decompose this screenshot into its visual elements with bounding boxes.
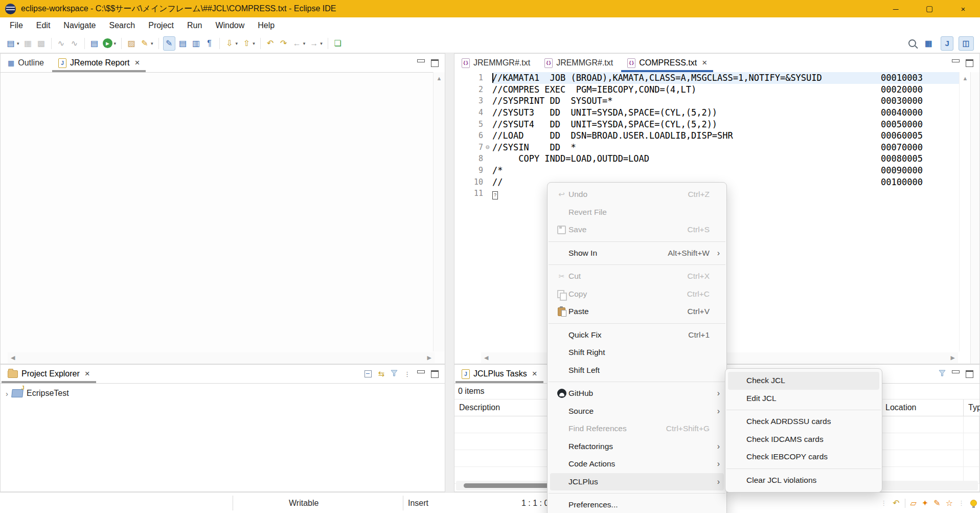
code-text[interactable]: //SYSUT3 DD UNIT=SYSDA,SPACE=(CYL,(5,2))	[492, 107, 881, 118]
menu-item-copy[interactable]: CopyCtrl+C	[550, 285, 724, 303]
new-wizard-icon[interactable]: ▤	[5, 37, 16, 50]
clipboard-icon[interactable]: ▨	[126, 37, 137, 50]
open-perspective-icon[interactable]: ▦	[921, 37, 936, 50]
scroll-right-icon[interactable]: ▶	[427, 354, 431, 361]
code-line[interactable]: 3//SYSPRINT DD SYSOUT=*00030000	[454, 95, 960, 107]
minimize-view-icon[interactable]	[417, 370, 425, 373]
fold-collapse-icon[interactable]: ⊖	[483, 144, 492, 150]
next-edit-location-icon[interactable]: ↷	[278, 37, 289, 50]
column-header-location[interactable]: Location	[881, 399, 964, 416]
menu-item-shift-left[interactable]: Shift Left	[550, 362, 724, 380]
save-all-icon[interactable]: ▩	[36, 37, 47, 50]
upload-source-icon[interactable]: ⇧	[241, 37, 252, 50]
minimize-view-icon[interactable]	[417, 59, 425, 62]
link-with-editor-icon[interactable]: ❏	[332, 37, 344, 50]
save-icon[interactable]: ▦	[22, 37, 34, 50]
close-tab-icon[interactable]: ×	[134, 58, 140, 68]
code-text[interactable]: //COMPRES EXEC PGM=IEBCOPY,COND=(4,LT)	[492, 84, 881, 95]
graduation-cap-icon[interactable]: ✦	[922, 498, 928, 508]
menu-item-jclplus[interactable]: JCLPlus›	[550, 473, 724, 491]
maximize-view-icon[interactable]	[431, 59, 439, 67]
menubar-project[interactable]: Project	[142, 17, 180, 34]
code-line-body[interactable]: //SYSUT3 DD UNIT=SYSDA,SPACE=(CYL,(5,2))…	[492, 107, 960, 119]
open-editor-icon[interactable]: ▤	[177, 37, 189, 50]
open-report-icon[interactable]: ▥	[191, 37, 202, 50]
scroll-up-icon[interactable]: ▲	[960, 75, 971, 81]
menu-item-paste[interactable]: PasteCtrl+V	[550, 303, 724, 321]
tree-item-ecripsetest[interactable]: ›EcripseTest	[1, 386, 445, 400]
menu-item-check-idcams-cards[interactable]: Check IDCAMS cards	[728, 431, 879, 449]
code-line[interactable]: 6//LOAD DD DSN=BROAD.USER.LOADLIB,DISP=S…	[454, 130, 960, 142]
menubar-edit[interactable]: Edit	[30, 17, 57, 34]
maximize-view-icon[interactable]	[431, 370, 439, 378]
tab-jremote-report[interactable]: JJRemote Report×	[51, 54, 147, 72]
menu-item-revert-file[interactable]: Revert File	[550, 204, 724, 221]
scroll-left-icon[interactable]: ◀	[11, 354, 15, 361]
scroll-left-icon[interactable]: ◀	[484, 354, 488, 361]
tree-chevron-icon[interactable]: ›	[6, 389, 8, 398]
map-icon[interactable]: ▱	[910, 498, 917, 508]
menu-item-quick-fix[interactable]: Quick FixCtrl+1	[550, 326, 724, 344]
next-annotation-icon[interactable]: ∿	[69, 37, 80, 50]
tab-project-explorer[interactable]: Project Explorer×	[1, 365, 97, 383]
menu-item-edit-jcl[interactable]: Edit JCL	[728, 390, 879, 408]
code-text[interactable]: /*	[492, 165, 881, 175]
back-icon[interactable]: ←	[291, 37, 303, 50]
menu-item-undo[interactable]: ↩UndoCtrl+Z	[550, 186, 724, 204]
menu-item-show-in[interactable]: Show InAlt+Shift+W›	[550, 244, 724, 262]
code-text[interactable]: COPY INDD=LOAD,OUTDD=LOAD	[492, 153, 881, 164]
console-icon[interactable]: ▤	[89, 37, 100, 50]
dropdown-icon[interactable]: ▾	[17, 41, 19, 46]
dropdown-icon[interactable]: ▾	[303, 41, 306, 46]
menu-item-clear-jcl-violations[interactable]: Clear JCL violations	[728, 472, 879, 489]
code-line-body[interactable]: //SYSPRINT DD SYSOUT=*00030000	[492, 95, 960, 107]
code-line-body[interactable]: //SYSIN DD *00070000	[492, 142, 960, 153]
menu-item-check-adrdssu-cards[interactable]: Check ADRDSSU cards	[728, 413, 879, 431]
menu-item-preferences[interactable]: Preferences...	[550, 496, 724, 513]
restore-icon[interactable]: ↶	[893, 498, 899, 508]
code-line[interactable]: 9/*00090000	[454, 165, 960, 176]
show-whitespace-icon[interactable]: ¶	[204, 37, 215, 50]
menubar-window[interactable]: Window	[209, 17, 251, 34]
overflow-dots-icon[interactable]: ⋮	[404, 370, 411, 378]
maximize-view-icon[interactable]	[966, 59, 973, 67]
code-line[interactable]: 1//KAMATA1 JOB (BROAD),KAMATA,CLASS=A,MS…	[454, 72, 960, 84]
column-header-type[interactable]: Type	[964, 399, 980, 416]
lightbulb-icon[interactable]	[970, 500, 977, 506]
menu-item-cut[interactable]: ✂CutCtrl+X	[550, 267, 724, 285]
magic-wand-icon[interactable]: ✎	[933, 498, 940, 508]
mark-occurrences-icon[interactable]: ✎	[163, 36, 175, 51]
code-text[interactable]: //SYSPRINT DD SYSOUT=*	[492, 96, 881, 106]
menu-item-source[interactable]: Source›	[550, 403, 724, 420]
code-line[interactable]: 2//COMPRES EXEC PGM=IEBCOPY,COND=(4,LT)0…	[454, 84, 960, 96]
menubar-help[interactable]: Help	[251, 17, 281, 34]
close-tab-icon[interactable]: ×	[702, 58, 707, 68]
menubar-search[interactable]: Search	[103, 17, 142, 34]
code-line[interactable]: 4//SYSUT3 DD UNIT=SYSDA,SPACE=(CYL,(5,2)…	[454, 107, 960, 119]
collapse-all-icon[interactable]	[364, 370, 372, 377]
maximize-view-icon[interactable]	[966, 370, 973, 378]
tab-jremmgr-txt[interactable]: {}JREMMGR#.txt	[454, 54, 537, 72]
previous-annotation-icon[interactable]: ∿	[56, 37, 67, 50]
left-view-horizontal-scrollbar[interactable]: ◀ ▶	[8, 352, 435, 363]
code-line-body[interactable]: //SYSUT4 DD UNIT=SYSDA,SPACE=(CYL,(5,2))…	[492, 118, 960, 130]
dropdown-icon[interactable]: ▾	[151, 41, 153, 46]
search-icon[interactable]	[908, 39, 916, 47]
code-text[interactable]: //LOAD DD DSN=BROAD.USER.LOADLIB,DISP=SH…	[492, 130, 881, 141]
menubar-run[interactable]: Run	[180, 17, 209, 34]
code-text[interactable]: //SYSUT4 DD UNIT=SYSDA,SPACE=(CYL,(5,2))	[492, 119, 881, 129]
menu-item-check-iebcopy-cards[interactable]: Check IEBCOPY cards	[728, 448, 879, 466]
menu-item-refactorings[interactable]: Refactorings›	[550, 438, 724, 456]
filter-icon[interactable]	[391, 369, 398, 378]
tab-jclplus-tasks[interactable]: JJCLPlus Tasks×	[454, 365, 544, 383]
menubar-file[interactable]: File	[3, 17, 30, 34]
minimize-view-icon[interactable]	[952, 59, 960, 62]
code-line-body[interactable]: /*00090000	[492, 165, 960, 176]
code-line-body[interactable]: COPY INDD=LOAD,OUTDD=LOAD00080005	[492, 153, 960, 165]
filter-icon[interactable]	[939, 369, 946, 378]
close-tab-icon[interactable]: ×	[85, 369, 90, 379]
link-with-editor-icon[interactable]: ⇆	[378, 369, 384, 378]
forward-icon[interactable]: →	[308, 37, 320, 50]
code-line-body[interactable]: //COMPRES EXEC PGM=IEBCOPY,COND=(4,LT)00…	[492, 84, 960, 96]
minimize-button[interactable]: ─	[879, 0, 913, 17]
